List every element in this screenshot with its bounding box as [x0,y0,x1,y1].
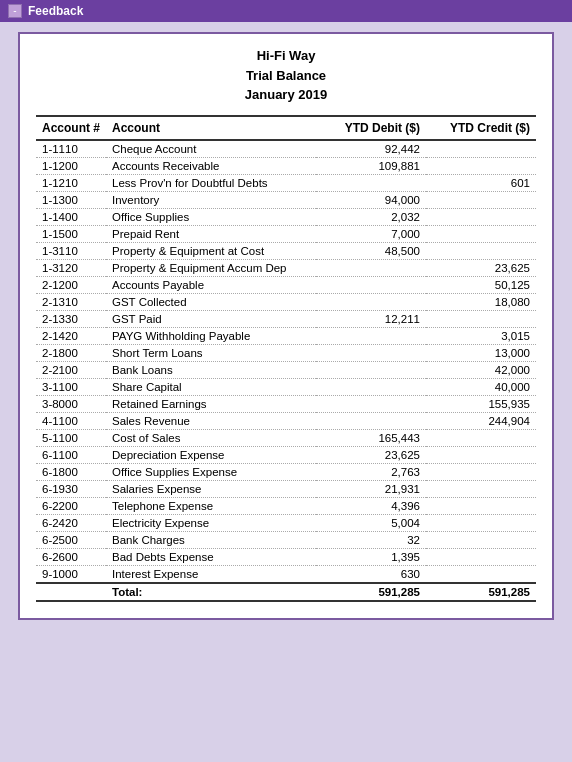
acct-name-cell: Sales Revenue [106,412,316,429]
debit-cell: 32 [316,531,426,548]
header-acct-num: Account # [36,116,106,140]
debit-cell: 12,211 [316,310,426,327]
debit-cell: 48,500 [316,242,426,259]
credit-cell [426,565,536,583]
acct-num-cell: 1-1110 [36,140,106,158]
table-row: 5-1100 Cost of Sales 165,443 [36,429,536,446]
acct-name-cell: Share Capital [106,378,316,395]
debit-cell: 630 [316,565,426,583]
acct-num-cell: 2-2100 [36,361,106,378]
table-row: 3-1100 Share Capital 40,000 [36,378,536,395]
acct-num-cell: 4-1100 [36,412,106,429]
table-row: 6-1800 Office Supplies Expense 2,763 [36,463,536,480]
acct-name-cell: Salaries Expense [106,480,316,497]
acct-num-cell: 6-1930 [36,480,106,497]
acct-name-cell: Cost of Sales [106,429,316,446]
debit-cell [316,412,426,429]
acct-num-cell: 1-1400 [36,208,106,225]
debit-cell: 4,396 [316,497,426,514]
acct-name-cell: GST Collected [106,293,316,310]
credit-cell [426,191,536,208]
credit-cell [426,548,536,565]
credit-cell: 601 [426,174,536,191]
report-line3: January 2019 [36,85,536,105]
debit-cell [316,378,426,395]
acct-num-cell: 6-2500 [36,531,106,548]
report-title: Hi-Fi Way Trial Balance January 2019 [36,46,536,105]
debit-cell [316,395,426,412]
trial-balance-table: Account # Account YTD Debit ($) YTD Cred… [36,115,536,602]
table-row: 1-1300 Inventory 94,000 [36,191,536,208]
debit-cell: 2,763 [316,463,426,480]
acct-num-cell: 6-2600 [36,548,106,565]
credit-cell [426,310,536,327]
credit-cell [426,157,536,174]
credit-cell: 40,000 [426,378,536,395]
table-row: 6-1930 Salaries Expense 21,931 [36,480,536,497]
report-container: Hi-Fi Way Trial Balance January 2019 Acc… [18,32,554,620]
table-row: 1-1500 Prepaid Rent 7,000 [36,225,536,242]
credit-cell: 13,000 [426,344,536,361]
report-line2: Trial Balance [36,66,536,86]
acct-name-cell: Telephone Expense [106,497,316,514]
acct-num-cell: 2-1330 [36,310,106,327]
table-row: 6-2200 Telephone Expense 4,396 [36,497,536,514]
debit-cell [316,174,426,191]
debit-cell [316,259,426,276]
acct-num-cell: 6-2200 [36,497,106,514]
credit-cell: 18,080 [426,293,536,310]
credit-cell [426,531,536,548]
acct-num-cell: 1-3110 [36,242,106,259]
table-row: 2-1420 PAYG Withholding Payable 3,015 [36,327,536,344]
credit-cell: 155,935 [426,395,536,412]
credit-cell [426,514,536,531]
acct-num-cell: 6-1100 [36,446,106,463]
acct-name-cell: Bank Loans [106,361,316,378]
acct-num-cell: 2-1800 [36,344,106,361]
acct-name-cell: Accounts Receivable [106,157,316,174]
table-row: 2-1310 GST Collected 18,080 [36,293,536,310]
acct-name-cell: Retained Earnings [106,395,316,412]
credit-cell [426,446,536,463]
debit-cell: 2,032 [316,208,426,225]
table-row: 9-1000 Interest Expense 630 [36,565,536,583]
table-row: 6-2420 Electricity Expense 5,004 [36,514,536,531]
acct-num-cell: 2-1310 [36,293,106,310]
total-debit-cell: 591,285 [316,583,426,601]
credit-cell [426,140,536,158]
acct-name-cell: Office Supplies Expense [106,463,316,480]
report-line1: Hi-Fi Way [36,46,536,66]
acct-num-cell: 2-1200 [36,276,106,293]
credit-cell: 42,000 [426,361,536,378]
credit-cell [426,463,536,480]
table-row: 3-8000 Retained Earnings 155,935 [36,395,536,412]
acct-name-cell: Depreciation Expense [106,446,316,463]
debit-cell: 7,000 [316,225,426,242]
title-bar-label: Feedback [28,4,83,18]
minimize-button[interactable]: - [8,4,22,18]
acct-name-cell: PAYG Withholding Payable [106,327,316,344]
debit-cell [316,293,426,310]
debit-cell [316,344,426,361]
total-credit-cell: 591,285 [426,583,536,601]
acct-name-cell: Prepaid Rent [106,225,316,242]
table-row: 1-1400 Office Supplies 2,032 [36,208,536,225]
table-row: 1-1200 Accounts Receivable 109,881 [36,157,536,174]
acct-num-cell: 9-1000 [36,565,106,583]
acct-name-cell: Cheque Account [106,140,316,158]
acct-name-cell: Property & Equipment at Cost [106,242,316,259]
acct-name-cell: Bank Charges [106,531,316,548]
acct-num-cell: 3-1100 [36,378,106,395]
table-row: 1-1110 Cheque Account 92,442 [36,140,536,158]
acct-name-cell: Electricity Expense [106,514,316,531]
credit-cell [426,208,536,225]
header-acct-name: Account [106,116,316,140]
table-row: 2-1330 GST Paid 12,211 [36,310,536,327]
debit-cell: 165,443 [316,429,426,446]
debit-cell [316,361,426,378]
acct-num-cell: 6-2420 [36,514,106,531]
acct-num-cell: 1-1500 [36,225,106,242]
debit-cell: 5,004 [316,514,426,531]
acct-num-cell: 3-8000 [36,395,106,412]
total-row: Total: 591,285 591,285 [36,583,536,601]
